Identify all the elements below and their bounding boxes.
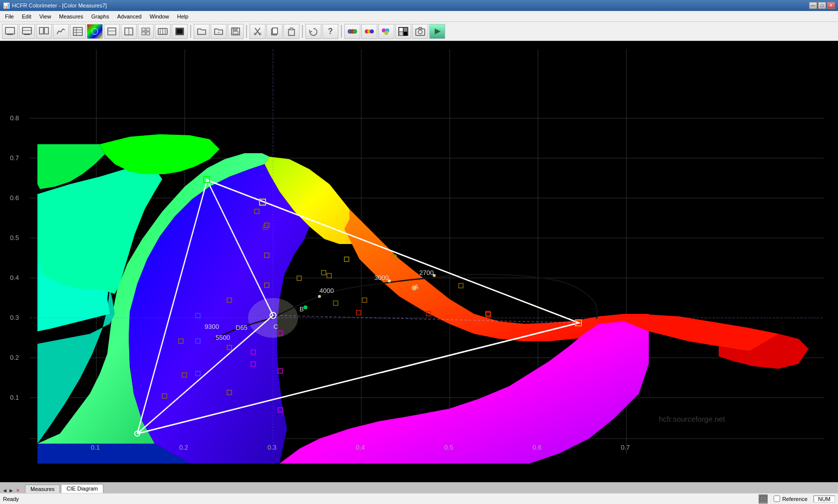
svg-text:0.1: 0.1 (91, 444, 100, 451)
svg-rect-28 (233, 28, 237, 30)
svg-point-145 (412, 285, 417, 290)
menu-help[interactable]: Help (173, 12, 193, 20)
menu-advanced[interactable]: Advanced (113, 12, 146, 20)
color-multi-button[interactable] (378, 24, 394, 39)
copy-button[interactable] (267, 24, 282, 39)
toolbar-btn-11[interactable] (172, 24, 188, 39)
svg-point-146 (303, 305, 307, 309)
open-button[interactable] (194, 24, 210, 39)
svg-point-148 (762, 498, 764, 500)
menu-file[interactable]: File (1, 12, 18, 20)
toolbar-btn-10[interactable] (155, 24, 171, 39)
refresh-button[interactable] (305, 24, 321, 39)
svg-point-144 (433, 274, 436, 277)
svg-marker-54 (435, 28, 441, 34)
svg-text:B: B (299, 305, 304, 313)
svg-text:0.8: 0.8 (10, 114, 19, 122)
patterns-button[interactable] (395, 24, 411, 39)
toolbar-btn-9[interactable] (138, 24, 154, 39)
svg-rect-36 (288, 29, 294, 35)
close-button[interactable]: ✕ (827, 2, 835, 9)
toolbar-btn-3[interactable] (36, 24, 52, 39)
toolbar: ↩ ? (0, 22, 838, 41)
svg-text:0.1: 0.1 (10, 394, 19, 401)
tab-next-button[interactable]: ▶ (8, 488, 14, 493)
svg-text:0.2: 0.2 (179, 444, 188, 451)
toolbar-btn-graph[interactable] (53, 24, 69, 39)
toolbar-separator-3 (302, 25, 303, 38)
svg-point-40 (353, 29, 357, 33)
svg-text:2700: 2700 (419, 269, 434, 276)
reference-control: Reference (774, 496, 808, 502)
tab-measures[interactable]: Measures (25, 485, 60, 493)
svg-rect-0 (5, 27, 14, 34)
svg-rect-25 (177, 29, 183, 34)
svg-point-46 (384, 31, 388, 35)
svg-rect-18 (142, 32, 145, 35)
reopen-button[interactable]: ↩ (211, 24, 227, 39)
status-bar: Ready Reference NUM (0, 493, 838, 504)
svg-rect-37 (290, 28, 293, 30)
cut-button[interactable] (250, 24, 266, 39)
svg-text:0.5: 0.5 (444, 444, 453, 451)
svg-rect-49 (404, 28, 407, 31)
svg-rect-3 (24, 34, 30, 35)
toolbar-btn-1[interactable] (2, 24, 18, 39)
play-button[interactable] (429, 24, 445, 39)
watermark-text: hcfr.sourceforge.net (659, 415, 725, 423)
svg-text:0.7: 0.7 (10, 154, 19, 162)
camera-button[interactable] (412, 24, 428, 39)
svg-rect-17 (146, 28, 150, 31)
probe-button[interactable] (344, 24, 360, 39)
toolbar-btn-color[interactable] (87, 24, 103, 39)
toolbar-btn-5[interactable] (70, 24, 86, 39)
svg-rect-50 (399, 32, 403, 35)
tab-close-button[interactable]: ✕ (15, 488, 21, 493)
num-indicator: NUM (814, 496, 835, 503)
status-icon (759, 495, 768, 504)
menu-measures[interactable]: Measures (55, 12, 87, 20)
svg-text:0.6: 0.6 (533, 444, 542, 451)
svg-text:5500: 5500 (216, 334, 230, 341)
tab-prev-button[interactable]: ◀ (2, 488, 7, 493)
toolbar-btn-8[interactable] (121, 24, 137, 39)
restore-button[interactable]: □ (818, 2, 826, 9)
save-button[interactable] (228, 24, 244, 39)
menu-window[interactable]: Window (146, 12, 173, 20)
reference-checkbox[interactable] (774, 496, 780, 502)
title-bar-left: 📊 HCFR Colorimeter - [Color Measures7] (3, 2, 107, 9)
menu-graphs[interactable]: Graphs (87, 12, 113, 20)
svg-rect-147 (760, 496, 766, 501)
tab-nav-controls: ◀ ▶ ✕ (2, 488, 21, 493)
svg-rect-1 (7, 34, 13, 35)
menu-edit[interactable]: Edit (18, 12, 35, 20)
svg-rect-7 (73, 27, 82, 35)
menu-bar: File Edit View Measures Graphs Advanced … (0, 11, 838, 22)
color-red-button[interactable] (361, 24, 377, 39)
svg-rect-12 (108, 28, 116, 35)
svg-text:0.5: 0.5 (10, 234, 19, 242)
title-bar: 📊 HCFR Colorimeter - [Color Measures7] —… (0, 0, 838, 11)
svg-point-143 (388, 279, 391, 282)
svg-text:C: C (274, 323, 278, 330)
svg-text:4000: 4000 (319, 287, 334, 294)
svg-point-11 (92, 28, 98, 34)
svg-rect-6 (44, 27, 48, 34)
title-text: HCFR Colorimeter - [Color Measures7] (12, 2, 107, 8)
svg-rect-48 (399, 28, 403, 31)
svg-text:0.7: 0.7 (621, 444, 630, 451)
cie-diagram: 4000 3000 2700 A B C D65 5500 9300 (0, 41, 838, 482)
menu-view[interactable]: View (35, 12, 55, 20)
svg-point-43 (370, 29, 374, 33)
toolbar-btn-2[interactable] (19, 24, 35, 39)
tab-cie-diagram[interactable]: CIE Diagram (61, 484, 103, 493)
toolbar-btn-7[interactable] (104, 24, 120, 39)
svg-text:0.4: 0.4 (10, 274, 19, 281)
svg-text:↩: ↩ (218, 31, 220, 34)
minimize-button[interactable]: — (809, 2, 817, 9)
paste-button[interactable] (283, 24, 299, 39)
status-right: Reference NUM (759, 495, 835, 504)
svg-text:0.2: 0.2 (10, 354, 19, 361)
svg-rect-51 (404, 32, 407, 35)
help-button[interactable]: ? (322, 24, 338, 39)
